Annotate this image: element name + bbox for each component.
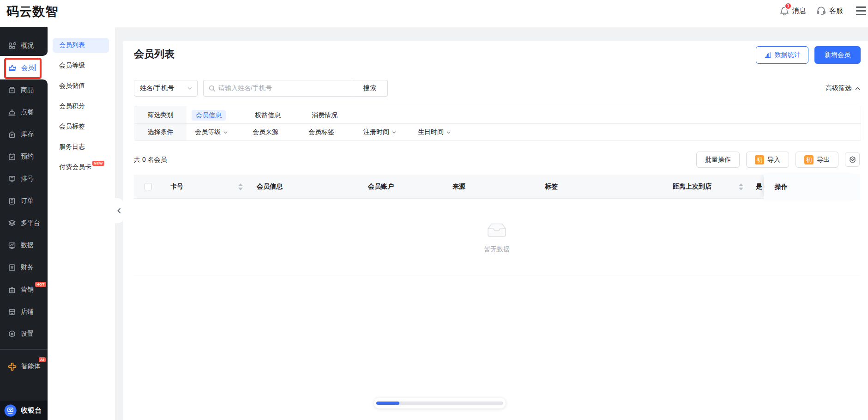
support-label: 客服 (829, 6, 843, 15)
sidebar-item-queue[interactable]: 排号 (0, 168, 48, 190)
menu-icon[interactable] (856, 6, 866, 16)
scrollbar-thumb[interactable] (376, 402, 399, 405)
submenu-item-label: 服务日志 (59, 143, 85, 151)
batch-actions-button[interactable]: 批量操作 (696, 152, 740, 168)
sidebar-item-label: 收银台 (21, 406, 42, 415)
ticket-icon (8, 175, 16, 183)
sidebar-item-label: 商品 (21, 86, 34, 94)
advanced-filter-toggle[interactable]: 高级筛选 (826, 80, 861, 97)
sidebar-divider (0, 349, 48, 350)
filter-category-label: 筛选类别 (134, 106, 187, 123)
cloche-icon (8, 108, 16, 116)
sidebar-item-label: 排号 (21, 175, 34, 183)
export-button[interactable]: 初 导出 (796, 152, 838, 168)
monitor-chart-icon (8, 241, 16, 250)
filter-item-label: 会员标签 (308, 128, 334, 136)
empty-table-body: 暂无数据 (134, 199, 860, 275)
empty-box-icon (486, 220, 508, 240)
chevron-down-icon (446, 130, 451, 135)
sidebar-item-marketing[interactable]: 营销 HOT (0, 279, 48, 301)
submenu-item-member-points[interactable]: 会员积分 (53, 99, 109, 114)
filter-member-level[interactable]: 会员等级 (195, 124, 228, 140)
collapse-sidebar-handle[interactable] (115, 198, 123, 223)
filter-member-source[interactable]: 会员来源 (253, 124, 278, 140)
add-member-button[interactable]: 新增会员 (814, 46, 861, 64)
submenu-item-label: 会员等级 (59, 61, 85, 70)
messages-count-badge: 1 (784, 2, 792, 10)
filter-category-row: 筛选类别 会员信息 权益信息 消费情况 (134, 106, 861, 123)
filter-item-label: 生日时间 (418, 128, 444, 136)
sidebar-item-store[interactable]: 店铺 (0, 301, 48, 323)
filter-birthday-time[interactable]: 生日时间 (418, 124, 451, 140)
filter-tab-benefit-info[interactable]: 权益信息 (251, 110, 285, 121)
sidebar-item-label: 营销 (21, 286, 34, 294)
sidebar-item-data[interactable]: 数据 (0, 234, 48, 256)
stats-toolbar-row: 共 0 名会员 批量操作 初 导入 初 导出 (134, 152, 860, 168)
column-header-account: 会员账户 (368, 175, 394, 199)
submenu-item-member-tags[interactable]: 会员标签 (53, 119, 109, 134)
filter-tab-consumption[interactable]: 消费情况 (307, 110, 342, 121)
layers-icon (8, 219, 16, 227)
sidebar-item-booking[interactable]: 预约 (0, 146, 48, 168)
filter-register-time[interactable]: 注册时间 (363, 124, 397, 140)
stock-box-icon (8, 130, 16, 139)
sidebar-item-label: 财务 (21, 263, 34, 272)
add-member-label: 新增会员 (825, 51, 850, 59)
member-count-summary: 共 0 名会员 (134, 152, 167, 168)
sidebar-item-cashier[interactable]: 收银台 (0, 401, 48, 420)
data-statistics-button[interactable]: 数据统计 (756, 46, 808, 64)
sidebar-item-label: 概况 (21, 42, 34, 50)
column-header-source: 来源 (452, 175, 465, 199)
submenu-item-member-level[interactable]: 会员等级 (53, 58, 109, 73)
messages-button[interactable]: 1 消息 (779, 6, 806, 16)
cashier-icon (4, 404, 17, 417)
filter-member-tag[interactable]: 会员标签 (308, 124, 334, 140)
search-button[interactable]: 搜索 (352, 80, 388, 97)
import-button[interactable]: 初 导入 (746, 152, 789, 168)
horizontal-scrollbar[interactable] (374, 398, 506, 408)
sidebar-item-multiplatform[interactable]: 多平台 (0, 212, 48, 234)
sidebar-item-orders[interactable]: 订单 (0, 190, 48, 212)
submenu-item-service-log[interactable]: 服务日志 (53, 140, 109, 154)
column-header-card-no[interactable]: 卡号 (170, 175, 183, 199)
sort-last-visit[interactable] (739, 175, 743, 199)
secondary-sidebar: 会员列表 会员等级 会员储值 会员积分 会员标签 服务日志 付费会员卡 NEW (48, 27, 115, 420)
submenu-item-member-stored[interactable]: 会员储值 (53, 79, 109, 93)
sort-card-no[interactable] (238, 175, 243, 199)
sidebar-item-settings[interactable]: 设置 (0, 323, 48, 345)
column-header-tags: 标签 (545, 175, 558, 199)
annotation-highlight-box (4, 58, 42, 79)
support-button[interactable]: 客服 (816, 6, 843, 16)
search-placeholder: 请输入姓名/手机号 (218, 84, 272, 92)
sidebar-item-agent[interactable]: 智能体 AI (0, 355, 48, 377)
marketing-icon (8, 286, 16, 294)
gear-icon (849, 156, 856, 164)
actions-label: 操作 (775, 183, 788, 191)
select-all-checkbox[interactable] (145, 183, 152, 190)
sidebar-item-ordering[interactable]: 点餐 (0, 101, 48, 123)
table-header: 卡号 会员信息 会员账户 来源 标签 距离上次到店 是 操作 (134, 175, 860, 199)
hot-badge: HOT (35, 282, 46, 287)
search-field-select[interactable]: 姓名/手机号 (134, 80, 198, 97)
scrollbar-track[interactable] (376, 402, 503, 405)
sidebar-item-inventory[interactable]: 库存 (0, 123, 48, 146)
sidebar-item-overview[interactable]: 概况 (0, 35, 48, 57)
chevron-down-icon (223, 130, 228, 135)
column-header-last-visit[interactable]: 距离上次到店 (673, 175, 711, 199)
filter-item-label: 会员等级 (195, 128, 221, 136)
filter-tab-member-info[interactable]: 会员信息 (192, 110, 226, 121)
chevron-up-icon (855, 85, 861, 91)
sidebar-item-goods[interactable]: 商品 (0, 79, 48, 101)
submenu-item-paid-card[interactable]: 付费会员卡 NEW (53, 160, 109, 175)
submenu-item-member-list[interactable]: 会员列表 (53, 38, 109, 53)
sidebar-item-label: 预约 (21, 152, 34, 161)
sidebar-item-label: 点餐 (21, 108, 34, 116)
column-settings-button[interactable] (845, 152, 860, 167)
submenu-item-label: 会员积分 (59, 102, 85, 110)
search-button-label: 搜索 (363, 84, 376, 92)
submenu-item-label: 会员储值 (59, 82, 85, 90)
package-icon (8, 86, 16, 94)
chevron-left-icon (117, 208, 121, 213)
search-input[interactable]: 请输入姓名/手机号 (203, 80, 352, 97)
sidebar-item-finance[interactable]: 财务 (0, 256, 48, 279)
